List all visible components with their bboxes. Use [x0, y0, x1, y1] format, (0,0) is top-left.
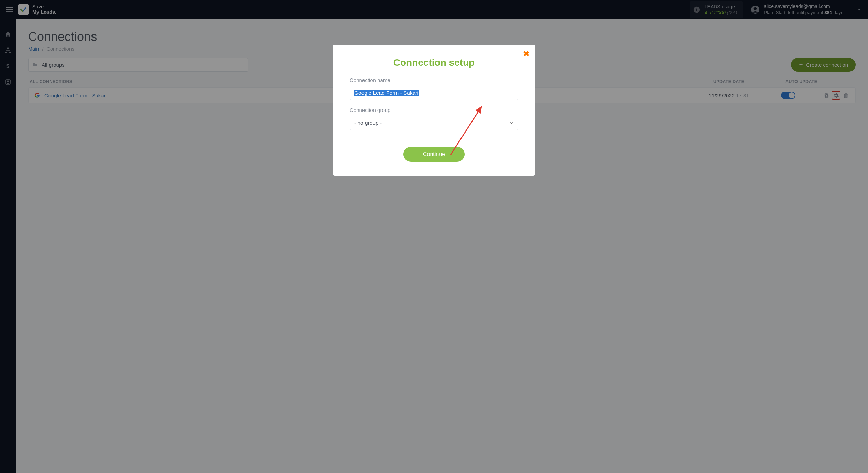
conn-group-label: Connection group	[350, 107, 518, 113]
conn-name-label: Connection name	[350, 77, 518, 83]
conn-group-select[interactable]: - no group -	[350, 116, 518, 130]
connection-setup-modal: ✖ Connection setup Connection name Googl…	[333, 45, 535, 176]
close-icon[interactable]: ✖	[523, 50, 529, 59]
modal-title: Connection setup	[350, 57, 518, 68]
chevron-down-icon	[509, 120, 514, 125]
conn-name-input[interactable]: Google Lead Form - Sakari	[350, 86, 518, 100]
continue-button[interactable]: Continue	[403, 147, 465, 162]
